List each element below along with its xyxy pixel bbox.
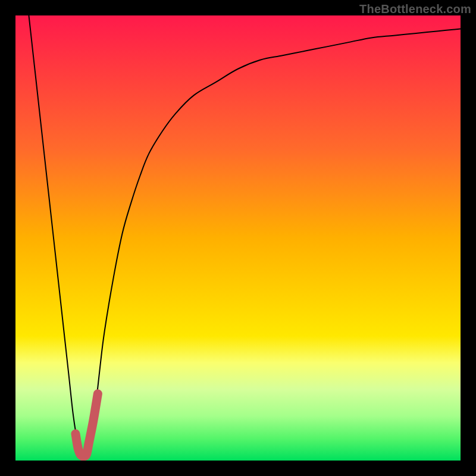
- attribution-label: TheBottleneck.com: [359, 2, 471, 16]
- gradient-background: [15, 15, 461, 461]
- chart-svg: [15, 15, 461, 461]
- plot-area: [15, 15, 461, 461]
- chart-frame: TheBottleneck.com: [0, 0, 476, 476]
